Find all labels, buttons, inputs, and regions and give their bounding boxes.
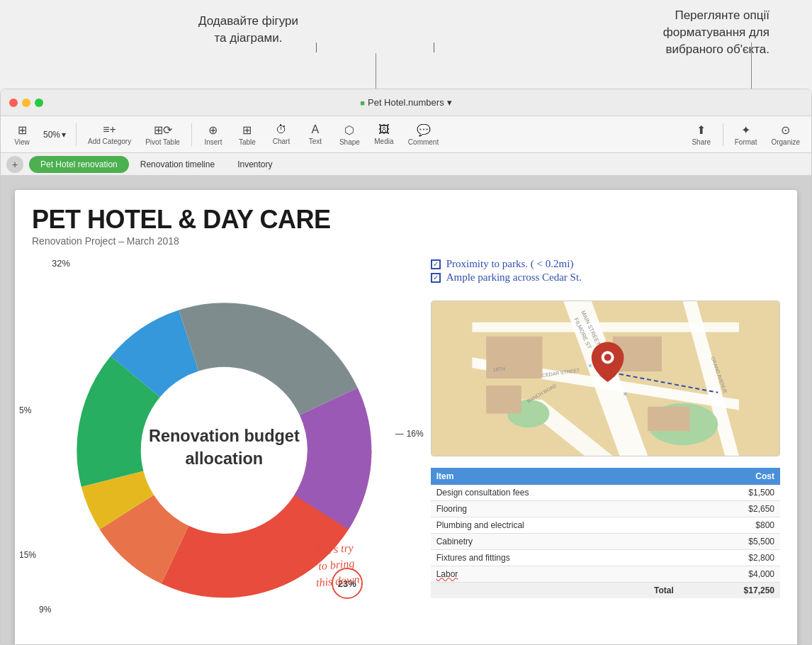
percent-16: —16% — [395, 429, 424, 439]
handwritten-annotation: Let's tryto bringthis down — [313, 539, 361, 590]
text-button[interactable]: A Text — [300, 120, 331, 148]
map-background: FILMORE ST MAIN STREET 18TH RANCH ROAD G… — [432, 301, 779, 456]
cost-flooring: $2,650 — [680, 501, 780, 517]
chart-button[interactable]: ⏱ Chart — [266, 120, 297, 148]
tab-pet-hotel-renovation[interactable]: Pet Hotel renovation — [29, 156, 129, 173]
tabs-bar: + Pet Hotel renovation Renovation timeli… — [1, 153, 811, 176]
chart-icon: ⏱ — [276, 123, 287, 136]
shape-icon: ⬡ — [344, 123, 354, 137]
table-row: Cabinetry $5,500 — [431, 534, 780, 550]
item-labor: Labor — [431, 566, 680, 583]
svg-text:×: × — [623, 390, 627, 398]
right-column: Proximity to parks. ( < 0.2mi) Ample par… — [431, 258, 780, 644]
bracket-line-right — [434, 43, 434, 52]
annotation-right: Переглянте опціїформатування длявибраног… — [663, 7, 769, 57]
table-row: Design consultation fees $1,500 — [431, 485, 780, 501]
window: ■ Pet Hotel.numbers ▾ ⊞ View 50% ▾ ≡+ Ad… — [0, 89, 812, 645]
title-text: ■ Pet Hotel.numbers ▾ — [360, 97, 451, 108]
annotation-left: Додавайте фігурита діаграми. — [198, 13, 298, 47]
pivot-table-button[interactable]: ⊞⟳ Pivot Table — [140, 120, 186, 149]
zoom-arrow: ▾ — [62, 130, 66, 140]
format-button[interactable]: ✦ Format — [729, 120, 763, 149]
media-button[interactable]: 🖼 Media — [368, 120, 400, 148]
maximize-button[interactable] — [35, 99, 43, 107]
bracket-line-left — [316, 43, 317, 52]
table-icon: ⊞ — [242, 123, 252, 137]
percent-5: 5% — [19, 405, 31, 415]
table-container: Item Cost Design consultation fees $1,50… — [431, 468, 780, 598]
cost-fixtures: $2,800 — [680, 550, 780, 566]
map-container: FILMORE ST MAIN STREET 18TH RANCH ROAD G… — [431, 301, 780, 456]
table-button[interactable]: ⊞ Table — [232, 120, 263, 149]
chart-container: 32% — [32, 258, 417, 644]
svg-text:×: × — [588, 361, 592, 369]
table-row: Plumbing and electrical $800 — [431, 517, 780, 534]
organize-icon: ⊙ — [781, 123, 790, 137]
percent-15: 15% — [19, 550, 36, 560]
format-icon: ✦ — [741, 123, 750, 137]
window-title: Pet Hotel.numbers — [368, 97, 444, 108]
col-header-item: Item — [431, 468, 680, 485]
zoom-selector[interactable]: 50% ▾ — [39, 127, 70, 142]
view-icon: ⊞ — [18, 123, 27, 137]
note-text-2: Ample parking across Cedar St. — [446, 271, 582, 284]
item-cabinetry: Cabinetry — [431, 534, 680, 550]
add-category-button[interactable]: ≡+ Add Category — [82, 120, 137, 148]
share-button[interactable]: ⬆ Share — [686, 120, 717, 149]
map-note-1: Proximity to parks. ( < 0.2mi) — [431, 258, 780, 270]
tab-renovation-timeline[interactable]: Renovation timeline — [129, 156, 226, 173]
cost-labor: $4,000 — [680, 566, 780, 583]
checkbox-2[interactable] — [431, 273, 441, 283]
window-buttons — [9, 99, 43, 107]
cost-cabinetry: $5,500 — [680, 534, 780, 550]
annotation-line-right — [751, 43, 752, 91]
annotation-area: Додавайте фігурита діаграми. Переглянте … — [0, 0, 812, 92]
center-text-2: allocation — [185, 449, 263, 468]
sheet-title: PET HOTEL & DAY CARE — [32, 207, 780, 232]
map-svg: FILMORE ST MAIN STREET 18TH RANCH ROAD G… — [432, 301, 779, 456]
table-row: Flooring $2,650 — [431, 501, 780, 517]
map-notes: Proximity to parks. ( < 0.2mi) Ample par… — [431, 258, 780, 285]
center-text-1: Renovation budget — [149, 427, 300, 445]
dropdown-arrow: ▾ — [447, 97, 452, 108]
table-total-row: Total $17,250 — [431, 583, 780, 599]
item-fixtures: Fixtures and fittings — [431, 550, 680, 566]
cost-design: $1,500 — [680, 485, 780, 501]
file-icon: ■ — [360, 99, 365, 107]
svg-rect-11 — [648, 407, 689, 432]
comment-icon: 💬 — [417, 123, 431, 137]
media-icon: 🖼 — [378, 123, 390, 136]
add-category-icon: ≡+ — [103, 123, 116, 136]
table-row-labor: Labor $4,000 — [431, 566, 780, 583]
table-row: Fixtures and fittings $2,800 — [431, 550, 780, 566]
insert-button[interactable]: ⊕ Insert — [198, 120, 229, 149]
toolbar-sep-3 — [723, 123, 723, 146]
title-bar: ■ Pet Hotel.numbers ▾ — [1, 89, 811, 116]
total-label: Total — [431, 583, 680, 599]
svg-text:18TH: 18TH — [492, 366, 504, 372]
sheet: PET HOTEL & DAY CARE Renovation Project … — [15, 190, 797, 644]
percent-32: 32% — [52, 258, 70, 269]
svg-marker-4 — [472, 322, 739, 332]
svg-rect-10 — [486, 386, 521, 414]
minimize-button[interactable] — [22, 99, 30, 107]
checkbox-1[interactable] — [431, 259, 441, 269]
table-header-row: Item Cost — [431, 468, 780, 485]
comment-button[interactable]: 💬 Comment — [402, 120, 444, 149]
note-text-1: Proximity to parks. ( < 0.2mi) — [446, 258, 574, 270]
close-button[interactable] — [9, 99, 18, 107]
toolbar: ⊞ View 50% ▾ ≡+ Add Category ⊞⟳ Pivot Ta… — [1, 116, 811, 153]
total-value: $17,250 — [680, 583, 780, 599]
map-note-2: Ample parking across Cedar St. — [431, 271, 780, 284]
svg-point-21 — [604, 354, 611, 361]
add-tab-button[interactable]: + — [6, 156, 23, 173]
tab-inventory[interactable]: Inventory — [226, 156, 283, 173]
view-button[interactable]: ⊞ View — [6, 120, 38, 149]
item-flooring: Flooring — [431, 501, 680, 517]
pivot-table-icon: ⊞⟳ — [154, 123, 172, 137]
shape-button[interactable]: ⬡ Shape — [334, 120, 366, 149]
cost-plumbing: $800 — [680, 517, 780, 534]
toolbar-sep-2 — [191, 123, 192, 146]
organize-button[interactable]: ⊙ Organize — [765, 120, 806, 149]
item-design: Design consultation fees — [431, 485, 680, 501]
